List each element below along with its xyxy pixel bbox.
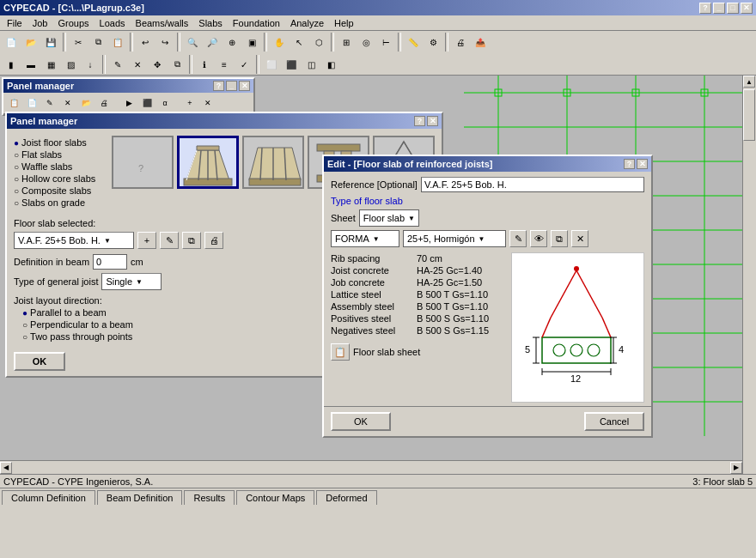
slab-icon-2[interactable]: [177, 136, 239, 189]
tb-export[interactable]: 📤: [471, 33, 490, 52]
minimize-button[interactable]: _: [713, 3, 725, 14]
radio-flat-slabs[interactable]: ○ Flat slabs: [14, 149, 105, 160]
pm-small-close-btn[interactable]: ✕: [239, 81, 250, 91]
scroll-thumb-v[interactable]: [743, 89, 755, 141]
tb-slab[interactable]: ▨: [61, 55, 80, 74]
menu-analyze[interactable]: Analyze: [285, 16, 329, 30]
sheet-dropdown[interactable]: Floor slab ▼: [359, 209, 419, 227]
definition-input[interactable]: [93, 254, 127, 270]
radio-composite-slabs[interactable]: ○ Composite slabs: [14, 185, 105, 196]
pm-small-btn-2[interactable]: 📄: [23, 94, 40, 112]
help-button[interactable]: ?: [699, 3, 711, 14]
tb-paste[interactable]: 📋: [108, 33, 127, 52]
tb-wall[interactable]: ▦: [41, 55, 60, 74]
pm-ok-button[interactable]: OK: [14, 352, 65, 371]
tb-print[interactable]: 🖨: [451, 33, 470, 52]
tb-list[interactable]: ≡: [215, 55, 234, 74]
maximize-button[interactable]: □: [727, 3, 739, 14]
tb-measure[interactable]: 📏: [404, 33, 423, 52]
menu-groups[interactable]: Groups: [52, 16, 94, 30]
pm-small-btn-1[interactable]: 📋: [5, 94, 22, 112]
edit-cancel-button[interactable]: Cancel: [584, 412, 644, 431]
tb-beam[interactable]: ▬: [21, 55, 40, 74]
scroll-up-btn[interactable]: ▲: [743, 76, 755, 88]
tb-copy[interactable]: ⧉: [88, 33, 107, 52]
tb-view4[interactable]: ◧: [321, 55, 340, 74]
copy-forma-btn[interactable]: ⧉: [551, 230, 568, 247]
tb-view2[interactable]: ⬛: [282, 55, 301, 74]
edit-dialog-close-btn[interactable]: ✕: [637, 159, 648, 169]
pm-small-help-btn[interactable]: ?: [213, 81, 224, 91]
floor-slab-sheet-btn[interactable]: 📋 Floor slab sheet: [331, 343, 506, 361]
scrollbar-horizontal[interactable]: ◀ ▶: [0, 460, 742, 474]
scrollbar-vertical[interactable]: ▲ ▼: [742, 76, 756, 505]
pm-small-min-btn[interactable]: _: [226, 81, 237, 91]
tb-ortho[interactable]: ⊢: [376, 33, 395, 52]
edit-ok-button[interactable]: OK: [331, 412, 391, 431]
del-forma-btn[interactable]: ✕: [571, 230, 588, 247]
tab-results[interactable]: Results: [184, 490, 235, 505]
scroll-right-btn[interactable]: ▶: [730, 462, 742, 474]
floor-slab-add-btn[interactable]: +: [137, 232, 156, 249]
menu-slabs[interactable]: Slabs: [193, 16, 228, 30]
pm-small-btn-11[interactable]: ✕: [199, 94, 216, 112]
tb-info[interactable]: ℹ: [195, 55, 214, 74]
menu-beams[interactable]: Beams/walls: [131, 16, 194, 30]
tb-zoom-in[interactable]: 🔍: [183, 33, 202, 52]
tab-column-definition[interactable]: Column Definition: [2, 490, 95, 505]
radio-hollow-core[interactable]: ○ Hollow core slabs: [14, 173, 105, 184]
tab-deformed[interactable]: Deformed: [316, 490, 376, 505]
tb-zoom-out[interactable]: 🔎: [203, 33, 222, 52]
tb-zoom-window[interactable]: ▣: [242, 33, 261, 52]
tb-settings[interactable]: ⚙: [424, 33, 442, 52]
tb-zoom-fit[interactable]: ⊕: [223, 33, 241, 52]
forma-dropdown[interactable]: FORMA ▼: [331, 230, 399, 247]
tb-select[interactable]: ↖: [290, 33, 308, 52]
close-button[interactable]: ✕: [741, 3, 753, 14]
menu-job[interactable]: Job: [27, 16, 53, 30]
pm-dialog-close-btn[interactable]: ✕: [427, 116, 438, 126]
tb-move[interactable]: ✥: [148, 55, 167, 74]
view-forma-btn[interactable]: 👁: [530, 230, 547, 247]
tb-pan[interactable]: ✋: [270, 33, 289, 52]
pm-small-btn-4[interactable]: ✕: [59, 94, 76, 112]
menu-loads[interactable]: Loads: [94, 16, 131, 30]
edit-dialog-help-btn[interactable]: ?: [624, 159, 635, 169]
menu-foundation[interactable]: Foundation: [228, 16, 285, 30]
tb-load[interactable]: ↓: [81, 55, 100, 74]
pm-dialog-help-btn[interactable]: ?: [414, 116, 425, 126]
menu-help[interactable]: Help: [329, 16, 359, 30]
pm-small-btn-7[interactable]: ▶: [120, 94, 137, 112]
tb-redo[interactable]: ↪: [155, 33, 174, 52]
tab-beam-definition[interactable]: Beam Definition: [97, 490, 183, 505]
concrete-dropdown[interactable]: 25+5, Hormigón ▼: [403, 230, 506, 247]
tb-column[interactable]: ▮: [2, 55, 21, 74]
tb-grid[interactable]: ⊞: [337, 33, 356, 52]
tb-3d[interactable]: ⬡: [309, 33, 328, 52]
tb-check2[interactable]: ✓: [235, 55, 253, 74]
tb-open[interactable]: 📂: [21, 33, 40, 52]
floor-slab-edit-btn[interactable]: ✎: [160, 232, 179, 249]
floor-slab-print-btn[interactable]: 🖨: [204, 232, 223, 249]
tb-delete[interactable]: ✕: [128, 55, 147, 74]
tb-copy2[interactable]: ⧉: [168, 55, 186, 74]
tb-undo[interactable]: ↩: [136, 33, 155, 52]
slab-icon-1[interactable]: ?: [112, 136, 174, 189]
radio-slabs-on-grade[interactable]: ○ Slabs on grade: [14, 197, 105, 208]
tb-cut[interactable]: ✂: [69, 33, 88, 52]
tb-new[interactable]: 📄: [2, 33, 21, 52]
menu-file[interactable]: File: [2, 16, 27, 30]
floor-slab-sheet-icon[interactable]: 📋: [331, 343, 350, 361]
pm-small-btn-6[interactable]: 🖨: [95, 94, 113, 112]
tb-snap[interactable]: ◎: [357, 33, 375, 52]
joist-type-dropdown[interactable]: Single ▼: [101, 273, 162, 290]
pm-small-btn-10[interactable]: +: [181, 94, 198, 112]
pm-small-btn-9[interactable]: α: [156, 94, 174, 112]
slab-icon-3[interactable]: [242, 136, 304, 189]
tb-edit[interactable]: ✎: [108, 55, 127, 74]
radio-waffle-slabs[interactable]: ○ Waffle slabs: [14, 161, 105, 172]
scroll-left-btn[interactable]: ◀: [0, 462, 12, 474]
floor-slab-dropdown[interactable]: V.A.F. 25+5 Bob. H. ▼: [14, 232, 134, 249]
tb-save[interactable]: 💾: [41, 33, 60, 52]
reference-input[interactable]: [421, 177, 644, 192]
